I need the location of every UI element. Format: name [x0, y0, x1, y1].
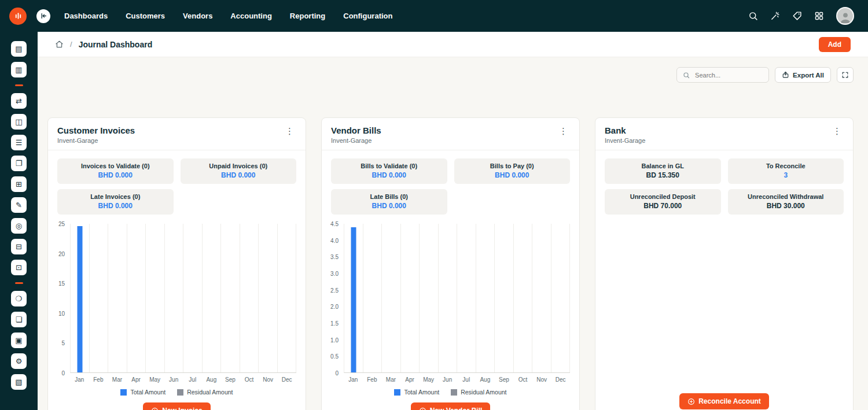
y-axis-tick: 0 — [61, 370, 65, 376]
nav-vendors[interactable]: Vendors — [183, 12, 212, 20]
x-axis-label: Nov — [259, 376, 278, 383]
magic-wand-icon[interactable] — [770, 11, 780, 21]
nav-customers[interactable]: Customers — [126, 12, 165, 20]
chart-column-sep — [221, 224, 240, 372]
breadcrumb: / Journal Dashboard Add — [38, 32, 868, 57]
nav-configuration[interactable]: Configuration — [343, 12, 392, 20]
chart-column-oct — [514, 224, 533, 372]
y-axis-tick: 0 — [335, 370, 339, 376]
sidebar-item-chat-icon[interactable]: ❍ — [11, 291, 27, 306]
toolbar: Export All — [38, 57, 868, 83]
y-axis-tick: 4.0 — [330, 237, 339, 243]
chart-column-oct — [240, 224, 259, 372]
card-customer-invoices: Customer Invoices Invent-Garage ⋮ Invoic… — [47, 117, 306, 410]
x-axis-label: Mar — [108, 376, 127, 383]
tile-late-bills[interactable]: Late Bills (0) BHD 0.000 — [331, 189, 447, 215]
sidebar-item-invoices-icon[interactable]: ▥ — [11, 62, 27, 77]
sidebar-item-settings-icon[interactable]: ⚙ — [11, 353, 27, 369]
sidebar-collapse-button[interactable] — [36, 9, 50, 23]
sidebar-item-calendar-icon[interactable]: ⊟ — [11, 239, 27, 254]
chart-column-jul — [183, 224, 203, 372]
add-button[interactable]: Add — [819, 37, 851, 52]
tag-icon[interactable] — [792, 11, 802, 21]
x-axis-label: May — [419, 376, 438, 383]
page-title: Journal Dashboard — [79, 40, 153, 49]
y-axis-tick: 25 — [58, 221, 65, 227]
chart-column-mar — [108, 224, 127, 372]
sidebar-item-analytics-icon[interactable]: ◫ — [11, 114, 27, 130]
search-input[interactable] — [694, 71, 763, 79]
chart-column-aug — [476, 224, 495, 372]
x-axis-label: Feb — [363, 376, 382, 383]
chart-column-feb — [363, 224, 382, 372]
main-content: / Journal Dashboard Add Export All Custo… — [38, 0, 868, 410]
new-invoice-button[interactable]: New Invoice — [143, 402, 210, 410]
card-subtitle: Invent-Garage — [605, 137, 645, 144]
x-axis-label: Feb — [89, 376, 108, 383]
sidebar-item-budget-icon[interactable]: ⊡ — [11, 260, 27, 275]
topbar-actions — [748, 7, 854, 25]
y-axis-tick: 2.5 — [330, 287, 339, 293]
bar-jan — [77, 226, 82, 372]
sidebar-item-contacts-icon[interactable]: ☰ — [11, 135, 27, 150]
tile-invoices-to-validate[interactable]: Invoices to Validate (0) BHD 0.000 — [57, 158, 174, 184]
apps-grid-icon[interactable] — [814, 11, 824, 21]
sidebar-item-payroll-icon[interactable]: ▣ — [11, 333, 27, 348]
chart-legend: Total Amount Residual Amount — [48, 389, 306, 396]
chart-column-may — [146, 224, 165, 372]
tile-unreconciled-withdrawal[interactable]: Unreconciled Withdrawal BHD 30.000 — [728, 189, 844, 215]
x-axis-label: Aug — [476, 376, 495, 383]
nav-reporting[interactable]: Reporting — [290, 12, 325, 20]
chart-column-jun — [165, 224, 184, 372]
legend-swatch-residual — [177, 389, 183, 396]
x-axis-label: Nov — [532, 376, 551, 383]
card-bank: Bank Invent-Garage ⋮ Balance in GL BD 15… — [595, 117, 854, 410]
sidebar-item-audit-icon[interactable]: ◎ — [11, 218, 27, 234]
sidebar-item-ledger-icon[interactable]: ❏ — [11, 312, 27, 327]
nav-dashboards[interactable]: Dashboards — [64, 12, 108, 20]
app-logo — [9, 8, 27, 25]
chart-column-apr — [401, 224, 420, 372]
sidebar-item-payments-icon[interactable]: ⇄ — [11, 93, 27, 109]
chart-legend: Total Amount Residual Amount — [322, 389, 579, 396]
tile-bills-to-validate[interactable]: Bills to Validate (0) BHD 0.000 — [331, 158, 447, 184]
tile-late-invoices[interactable]: Late Invoices (0) BHD 0.000 — [57, 189, 174, 215]
tile-bills-to-pay[interactable]: Bills to Pay (0) BHD 0.000 — [454, 158, 571, 184]
x-axis-label: Jan — [344, 376, 363, 383]
x-axis-label: Jun — [438, 376, 457, 383]
y-axis-tick: 20 — [58, 250, 65, 257]
chart-column-nov — [532, 224, 551, 372]
fullscreen-button[interactable] — [837, 67, 854, 83]
breadcrumb-separator: / — [70, 40, 72, 49]
search-icon[interactable] — [748, 11, 758, 21]
chart-column-apr — [127, 224, 146, 372]
sidebar-item-documents-icon[interactable]: ❐ — [11, 156, 27, 171]
legend-swatch-total — [120, 389, 127, 396]
x-axis-label: Oct — [513, 376, 532, 383]
x-axis-label: Sep — [495, 376, 514, 383]
avatar[interactable] — [836, 7, 854, 25]
tile-unreconciled-deposit[interactable]: Unreconciled Deposit BHD 70.000 — [605, 189, 721, 215]
y-axis-tick: 5 — [61, 340, 65, 346]
kebab-menu-icon[interactable]: ⋮ — [557, 125, 570, 136]
nav-accounting[interactable]: Accounting — [230, 12, 272, 20]
chart-column-jul — [457, 224, 476, 372]
sidebar-section-divider — [15, 84, 23, 86]
bar-jan — [351, 227, 356, 372]
export-all-button[interactable]: Export All — [775, 67, 831, 83]
reconcile-account-button[interactable]: Reconcile Account — [679, 393, 769, 409]
tile-unpaid-invoices[interactable]: Unpaid Invoices (0) BHD 0.000 — [181, 158, 297, 184]
home-icon[interactable] — [55, 40, 64, 49]
x-axis-label: Mar — [381, 376, 400, 383]
tile-to-reconcile[interactable]: To Reconcile 3 — [728, 158, 844, 184]
tile-balance-in-gl[interactable]: Balance in GL BD 15.350 — [605, 158, 721, 184]
search-box[interactable] — [676, 67, 769, 83]
new-vendor-bill-button[interactable]: New Vendor Bill — [411, 402, 491, 410]
sidebar-item-assets-icon[interactable]: ⊞ — [11, 176, 27, 192]
sidebar-item-compose-icon[interactable]: ✎ — [11, 197, 27, 213]
sidebar-item-reports-icon[interactable]: ▧ — [11, 374, 27, 390]
sidebar-item-journal-icon[interactable]: ▤ — [11, 41, 27, 57]
y-axis-tick: 10 — [58, 310, 65, 316]
kebab-menu-icon[interactable]: ⋮ — [283, 125, 296, 136]
kebab-menu-icon[interactable]: ⋮ — [830, 125, 844, 136]
